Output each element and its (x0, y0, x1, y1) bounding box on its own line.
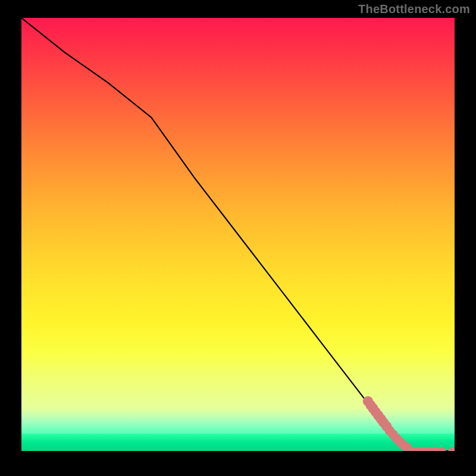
chart-point (437, 447, 446, 451)
chart-curve-line (21, 18, 455, 451)
chart-points-group (363, 396, 455, 451)
chart-plot-area (21, 18, 455, 451)
watermark-text: TheBottleneck.com (358, 2, 470, 16)
chart-point (448, 447, 455, 451)
chart-overlay-svg (21, 18, 455, 451)
